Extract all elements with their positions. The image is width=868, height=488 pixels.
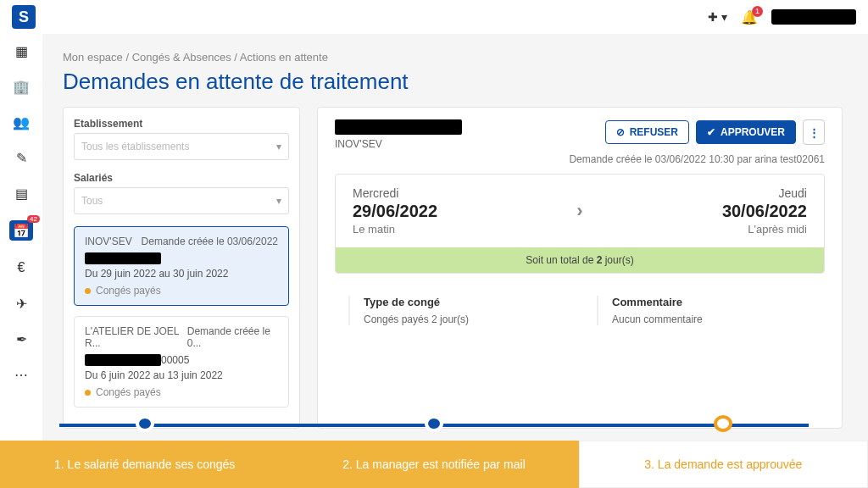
filter-employees-select[interactable]: Tous ▾ [74, 187, 289, 214]
step-circle-icon [714, 415, 732, 432]
filter-establishment-select[interactable]: Tous les établissements ▾ [74, 133, 289, 160]
request-id-suffix: 00005 [161, 354, 189, 366]
nav-euro-icon[interactable]: € [13, 259, 30, 276]
end-date: 30/06/2022 [722, 202, 807, 221]
request-estab: INOV'SEV [85, 236, 132, 247]
request-type: Congés payés [96, 285, 161, 297]
end-day: Jeudi [722, 186, 807, 200]
nav-apps-icon[interactable]: ▦ [13, 42, 30, 59]
app-logo[interactable]: S [12, 5, 36, 29]
comment-value: Aucun commentaire [612, 313, 811, 325]
request-card[interactable]: L'ATELIER DE JOEL R... Demande créée le … [74, 316, 289, 408]
step-2-label: 2. La manager est notifiée par mail [289, 441, 578, 488]
request-created: Demande créée le 03/06/2022 [142, 236, 278, 247]
step-3-label: 3. La demande est approuvée [579, 441, 868, 488]
end-part: L'après midi [722, 223, 807, 236]
step-circle-icon [425, 415, 443, 432]
status-dot-icon [85, 288, 91, 294]
caret-down-icon: ▾ [276, 195, 281, 207]
status-dot-icon [85, 390, 91, 396]
filter-employees-value: Tous [81, 195, 103, 207]
filter-employees-label: Salariés [74, 172, 289, 184]
nav-edit-icon[interactable]: ✎ [13, 149, 30, 166]
start-part: Le matin [353, 223, 437, 236]
step-circle-icon [136, 415, 154, 432]
check-icon: ✔ [707, 126, 715, 138]
detail-panel: INOV'SEV ⊘REFUSER ✔APPROUVER ⋮ Demande c… [317, 107, 843, 429]
leave-type-value: Congés payés 2 jour(s) [364, 313, 563, 325]
request-range: Du 6 juin 2022 au 13 juin 2022 [85, 369, 278, 381]
nav-pen-icon[interactable]: ✒ [13, 330, 30, 347]
add-menu-icon[interactable]: ✚ ▾ [708, 10, 727, 24]
redacted-name [85, 354, 161, 366]
cancel-icon: ⊘ [616, 126, 625, 138]
redacted-name [85, 252, 161, 264]
nav-document-icon[interactable]: ▤ [13, 185, 30, 202]
approve-button[interactable]: ✔APPROUVER [696, 120, 796, 144]
request-estab: L'ATELIER DE JOEL R... [85, 325, 187, 349]
notification-badge: 1 [752, 6, 763, 17]
nav-building-icon[interactable]: 🏢 [13, 78, 30, 95]
caret-down-icon: ▾ [276, 141, 281, 152]
arrow-right-icon: › [576, 200, 582, 222]
calendar-badge: 42 [27, 215, 40, 223]
process-stepper: 1. Le salarié demande ses congés 2. La m… [0, 412, 868, 488]
request-card[interactable]: INOV'SEV Demande créée le 03/06/2022 Du … [74, 226, 289, 306]
filter-establishment-label: Etablissement [74, 118, 289, 130]
nav-send-icon[interactable]: ✈ [13, 295, 30, 312]
notification-bell-icon[interactable]: 🔔1 [741, 9, 758, 25]
filters-panel: Etablissement Tous les établissements ▾ … [63, 107, 300, 429]
filter-establishment-value: Tous les établissements [81, 141, 189, 152]
detail-establishment: INOV'SEV [335, 138, 462, 150]
total-days-bar: Soit un total de 2 jour(s) [336, 247, 824, 273]
request-created: Demande créée le 0... [187, 325, 278, 349]
redacted-name [335, 119, 462, 135]
more-actions-button[interactable]: ⋮ [803, 119, 825, 145]
request-range: Du 29 juin 2022 au 30 juin 2022 [85, 268, 278, 280]
nav-people-icon[interactable]: 👥 [13, 114, 30, 130]
created-info: Demande créée le 03/06/2022 10:30 par ar… [335, 153, 825, 165]
page-title: Demandes en attente de traitement [63, 69, 843, 95]
start-date: 29/06/2022 [353, 202, 437, 221]
user-menu[interactable] [771, 9, 856, 25]
comment-label: Commentaire [612, 296, 811, 308]
nav-more-icon[interactable]: ⋯ [13, 366, 30, 383]
refuse-button[interactable]: ⊘REFUSER [605, 120, 689, 144]
step-1-label: 1. Le salarié demande ses congés [0, 441, 289, 488]
start-day: Mercredi [353, 186, 437, 200]
request-type: Congés payés [96, 386, 161, 398]
date-range-box: Mercredi 29/06/2022 Le matin › Jeudi 30/… [335, 174, 825, 274]
nav-calendar-icon[interactable]: 📅42 [9, 220, 33, 241]
breadcrumb[interactable]: Mon espace / Congés & Absences / Actions… [63, 51, 843, 64]
leave-type-label: Type de congé [364, 296, 563, 308]
